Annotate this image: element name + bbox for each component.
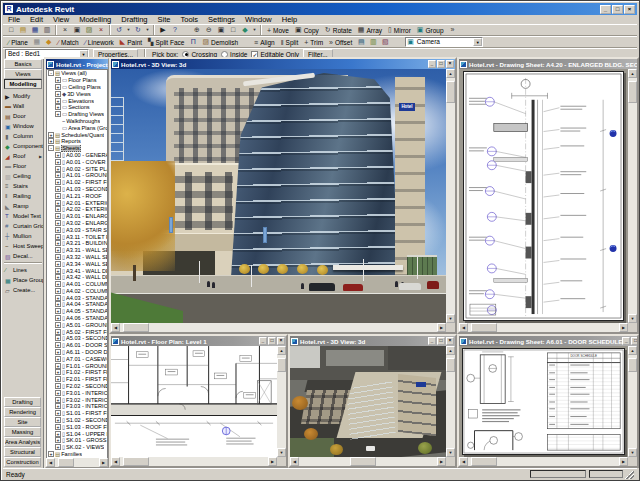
- trim-button[interactable]: +Trim: [301, 37, 326, 48]
- floor-plan-vscrollbar[interactable]: ▲▼: [277, 346, 286, 457]
- mirror-button[interactable]: ▯Mirror: [385, 25, 414, 36]
- aerial-3d-hscrollbar[interactable]: ◀▶: [290, 457, 446, 466]
- tree-expand-icon[interactable]: +: [55, 84, 61, 90]
- tree-expand-icon[interactable]: +: [55, 234, 61, 240]
- tree-item[interactable]: +▯A3.32 - WALL SEC: [47, 254, 107, 261]
- rotate-button[interactable]: ↻Rotate: [322, 25, 355, 36]
- tree-expand-icon[interactable]: +: [55, 437, 61, 443]
- project-browser-hscrollbar[interactable]: ◀▶: [46, 458, 108, 467]
- tree-expand-icon[interactable]: +: [55, 247, 61, 253]
- menu-item-help[interactable]: Help: [277, 15, 302, 24]
- tool-ramp[interactable]: ◣Ramp: [3, 201, 43, 211]
- tree-item[interactable]: +▯F2.01 - FIRST FLO: [47, 376, 107, 383]
- tree-expand-icon[interactable]: +: [55, 356, 61, 362]
- tool-component[interactable]: ◆Component: [3, 141, 43, 151]
- tree-item[interactable]: +▯F1.01 - GROUND F: [47, 362, 107, 369]
- split-face-button[interactable]: ▚Split Face: [145, 37, 187, 48]
- tree-item[interactable]: +▯F3.03 - INTERIOR E: [47, 403, 107, 410]
- sidebar-tab-basics[interactable]: Basics: [4, 59, 42, 69]
- zoom-in-icon[interactable]: ⊕: [191, 25, 203, 35]
- tool-ceiling[interactable]: ▥Ceiling: [3, 171, 43, 181]
- tool-window[interactable]: ▣Window: [3, 121, 43, 131]
- floor-plan-maximize-icon[interactable]: □: [268, 337, 276, 345]
- tree-item[interactable]: -▤Views (all): [47, 70, 107, 77]
- tree-item[interactable]: +▯A0.02 - SITE PLAN: [47, 165, 107, 172]
- tree-expand-icon[interactable]: +: [55, 342, 61, 348]
- main-3d-close-icon[interactable]: ×: [446, 60, 454, 68]
- workplane-grid-icon[interactable]: ▦: [31, 37, 43, 47]
- tree-item[interactable]: +▯A1.02 - FIRST FLO: [47, 179, 107, 186]
- camera-drop-icon[interactable]: ▼: [473, 38, 482, 46]
- door-schedule-title-bar[interactable]: Hotel.rvt - Drawing Sheet: A6.01 - DOOR …: [459, 336, 637, 346]
- tree-item[interactable]: +▯A3.42 - WALL DET: [47, 274, 107, 281]
- section-sheet-vscrollbar[interactable]: ▲▼: [628, 69, 637, 323]
- tool-modify[interactable]: ▶Modify: [3, 91, 43, 101]
- tree-expand-icon[interactable]: +: [55, 159, 61, 165]
- tree-item[interactable]: +▯A3.03 - STAIR SEC: [47, 226, 107, 233]
- tree-item[interactable]: +▯A0.01 - COVER SH: [47, 158, 107, 165]
- new-icon[interactable]: □: [5, 25, 17, 35]
- aerial-3d-viewport[interactable]: [290, 346, 446, 457]
- menu-item-drafting[interactable]: Drafting: [116, 15, 152, 24]
- floor-plan-title-bar[interactable]: Hotel.rvt - Floor Plan: Level 1 _ □ ×: [111, 336, 286, 346]
- sidebar-tab-views[interactable]: Views: [4, 69, 42, 79]
- tree-item[interactable]: +▯A0.00 - GENERAL: [47, 152, 107, 159]
- match-button[interactable]: ∕Match: [55, 37, 82, 48]
- tree-expand-icon[interactable]: +: [55, 403, 61, 409]
- sidebar-tab-massing[interactable]: Massing: [4, 427, 41, 437]
- tree-expand-icon[interactable]: +: [55, 410, 61, 416]
- tree-expand-icon[interactable]: +: [55, 349, 61, 355]
- tree-item[interactable]: +▯A1.01 - GROUND: [47, 172, 107, 179]
- tree-item[interactable]: +▯A2.02 - EXTERIOR: [47, 206, 107, 213]
- view-dropdown[interactable]: ▼: [251, 25, 258, 35]
- main-3d-viewport[interactable]: Hotel: [111, 69, 446, 323]
- tree-expand-icon[interactable]: -: [48, 145, 54, 151]
- tree-item[interactable]: +▯S1.04 - UPPER RO: [47, 430, 107, 437]
- tree-item[interactable]: +▭Elevations: [47, 97, 107, 104]
- tree-expand-icon[interactable]: +: [55, 172, 61, 178]
- sidebar-tab-area-analysis[interactable]: Area Analysis: [4, 437, 41, 447]
- pi-icon[interactable]: Π: [187, 37, 199, 47]
- sidebar-tab-construction[interactable]: Construction: [4, 457, 41, 467]
- menu-item-tools[interactable]: Tools: [175, 15, 203, 24]
- tree-item[interactable]: +▯A4.06 - STANDAR: [47, 315, 107, 322]
- tool-model-text[interactable]: TModel Text: [3, 211, 43, 221]
- tree-expand-icon[interactable]: +: [55, 227, 61, 233]
- help-icon[interactable]: ?: [169, 25, 181, 35]
- tree-item[interactable]: ▭Area Plans (Gro: [47, 124, 107, 131]
- tree-item[interactable]: +▯S1.03 - ROOF FRA: [47, 423, 107, 430]
- copy-icon[interactable]: ▣: [71, 25, 83, 35]
- tool-railing[interactable]: ‖Railing: [3, 191, 43, 201]
- delete-icon[interactable]: ×: [95, 25, 107, 35]
- region-icon[interactable]: ▧: [379, 37, 391, 47]
- tree-item[interactable]: +▭Ceiling Plans: [47, 84, 107, 91]
- tree-expand-icon[interactable]: +: [55, 104, 61, 110]
- tree-item[interactable]: +▤Schedules/Quant: [47, 131, 107, 138]
- tree-item[interactable]: +▯A5.02 - FIRST FLO: [47, 328, 107, 335]
- extend-icon[interactable]: ▤: [355, 37, 367, 47]
- plane-button[interactable]: ∕Plane: [5, 37, 31, 48]
- tree-item[interactable]: +▤Reports: [47, 138, 107, 145]
- floor-plan-viewport[interactable]: [111, 346, 277, 457]
- move-button[interactable]: +Move: [264, 25, 292, 36]
- door-schedule-viewport[interactable]: DOOR SCHEDULE: [459, 346, 628, 457]
- tree-expand-icon[interactable]: +: [55, 315, 61, 321]
- tree-item[interactable]: +▯A3.41 - WALL DET: [47, 267, 107, 274]
- project-browser-tree[interactable]: -▤Views (all)+▭Floor Plans+▭Ceiling Plan…: [46, 69, 108, 459]
- overflow-chevron-icon[interactable]: »: [447, 25, 459, 35]
- tree-expand-icon[interactable]: +: [55, 335, 61, 341]
- floor-plan-minimize-icon[interactable]: _: [259, 337, 267, 345]
- tree-expand-icon[interactable]: -: [48, 70, 54, 76]
- sidebar-tab-drafting[interactable]: Drafting: [4, 397, 41, 407]
- tree-item[interactable]: +▯A3.21 - BUILDING: [47, 240, 107, 247]
- tool-host-sweep[interactable]: ~Host Sweep▶: [3, 241, 43, 251]
- menu-item-settings[interactable]: Settings: [203, 15, 240, 24]
- tree-expand-icon[interactable]: +: [55, 424, 61, 430]
- tree-expand-icon[interactable]: +: [55, 240, 61, 246]
- tree-expand-icon[interactable]: +: [55, 200, 61, 206]
- tree-expand-icon[interactable]: +: [55, 288, 61, 294]
- tree-expand-icon[interactable]: +: [48, 132, 54, 138]
- tree-item[interactable]: +▯A5.01 - GROUND F: [47, 321, 107, 328]
- tree-expand-icon[interactable]: +: [55, 213, 61, 219]
- tool-mullion[interactable]: ┼Mullion: [3, 231, 43, 241]
